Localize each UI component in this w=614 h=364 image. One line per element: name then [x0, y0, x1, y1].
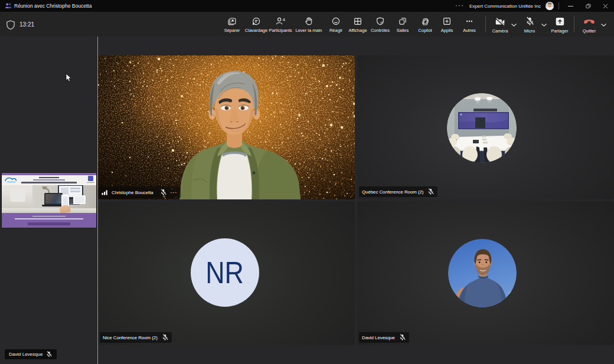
svg-text:4: 4	[283, 17, 286, 22]
